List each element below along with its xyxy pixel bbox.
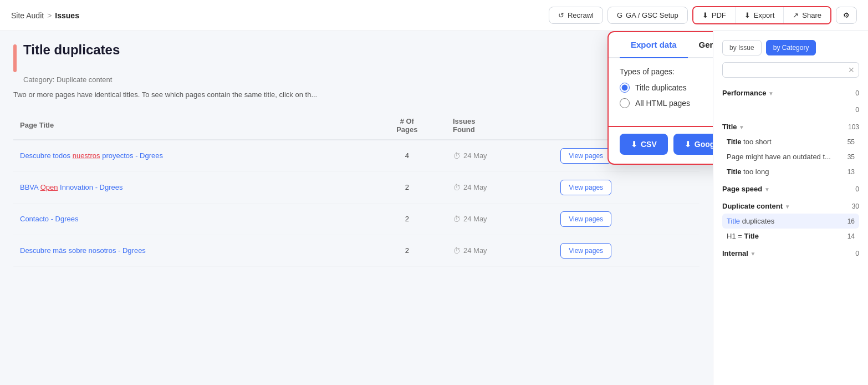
issue-severity-bar (13, 44, 17, 72)
title-section-header[interactable]: Title ▼ 103 (722, 119, 859, 134)
sidebar-section-performance: Performance ▼ 0 (722, 85, 859, 100)
clock-icon: ⏱ (453, 215, 461, 224)
types-label: Types of pages: (620, 67, 713, 76)
col-page-title: Page Title (13, 112, 368, 140)
pdf-icon: ⬇ (702, 11, 708, 19)
export-icon: ⬇ (744, 11, 750, 19)
table-header-row: Page Title # OfPages IssuesFound (13, 112, 699, 140)
view-pages-button[interactable]: View pages (560, 148, 611, 164)
export-group: ⬇ PDF ⬇ Export ↗ Share (692, 6, 831, 24)
sidebar-section-title: Title ▼ 103 Title too short 55 Page migh… (722, 119, 859, 179)
table-row: Contacto - Dgrees2⏱24 MayView pages (13, 203, 699, 235)
sidebar-item-title-too-long[interactable]: Title too long 13 (722, 164, 859, 179)
sidebar: by Issue by Category ✕ Performance ▼ 0 0… (713, 31, 868, 385)
issue-date: ⏱24 May (446, 140, 554, 172)
performance-title: Performance ▼ (722, 89, 774, 97)
sheets-icon: ⬇ (685, 140, 691, 149)
gear-icon: ⚙ (843, 11, 850, 19)
popup-actions: ⬇ CSV ⬇ Google Sheets ⎘ Copy URLs (609, 126, 713, 164)
page-speed-header[interactable]: Page speed ▼ 0 (722, 181, 859, 196)
blank-header[interactable]: 0 (722, 103, 859, 117)
sidebar-search-input[interactable] (722, 62, 859, 78)
action-cell: View pages (554, 203, 699, 235)
radio-label-title: Title duplicates (635, 83, 687, 92)
tab-export-data[interactable]: Export data (620, 32, 688, 58)
page-title-link[interactable]: BBVA Open Innovation - Dgrees (20, 183, 123, 191)
table-row: Descubre todos nuestros proyectos - Dgre… (13, 140, 699, 172)
page-title-link[interactable]: Descubre todos nuestros proyectos - Dgre… (20, 151, 163, 160)
filter-by-issue[interactable]: by Issue (722, 40, 762, 55)
duplicate-section-header[interactable]: Duplicate content ▼ 30 (722, 199, 859, 214)
radio-all-html[interactable]: All HTML pages (620, 98, 713, 108)
sidebar-section-internal: Internal ▼ 0 (722, 246, 859, 261)
issue-date: ⏱24 May (446, 171, 554, 203)
breadcrumb-current: Issues (55, 11, 79, 20)
radio-group: Title duplicates All HTML pages (620, 83, 713, 108)
popup-body: Types of pages: Title duplicates All HTM… (609, 58, 713, 126)
radio-input-html[interactable] (620, 98, 630, 108)
view-pages-button[interactable]: View pages (560, 211, 611, 227)
google-sheets-button[interactable]: ⬇ Google Sheets (673, 134, 713, 155)
sidebar-item-h1-title[interactable]: H1 = Title 14 (722, 229, 859, 244)
table-row: Descubre más sobre nosotros - Dgrees2⏱24… (13, 235, 699, 266)
top-actions: ↺ Recrawl G GA / GSC Setup ⬇ PDF ⬇ Expor… (549, 6, 857, 24)
clock-icon: ⏱ (453, 151, 461, 160)
view-pages-button[interactable]: View pages (560, 180, 611, 195)
ga-gsc-button[interactable]: G GA / GSC Setup (607, 7, 688, 24)
recrawl-button[interactable]: ↺ Recrawl (549, 7, 603, 24)
page-title-link[interactable]: Descubre más sobre nosotros - Dgrees (20, 246, 146, 255)
content-area: Title duplicates Category: Duplicate con… (0, 31, 713, 385)
sidebar-section-blank: 0 (722, 103, 859, 117)
radio-title-duplicates[interactable]: Title duplicates (620, 83, 713, 93)
settings-button[interactable]: ⚙ (836, 7, 857, 24)
pages-count: 2 (368, 235, 446, 266)
top-bar: Site Audit > Issues ↺ Recrawl G GA / GSC… (0, 0, 868, 31)
main-layout: Title duplicates Category: Duplicate con… (0, 31, 868, 385)
action-cell: View pages (554, 235, 699, 266)
clock-icon: ⏱ (453, 246, 461, 255)
internal-header[interactable]: Internal ▼ 0 (722, 246, 859, 261)
radio-input-title[interactable] (620, 83, 630, 93)
breadcrumb-separator: > (47, 11, 52, 20)
radio-label-html: All HTML pages (635, 99, 690, 108)
pages-count: 2 (368, 171, 446, 203)
recrawl-icon: ↺ (558, 11, 564, 19)
sidebar-section-duplicate: Duplicate content ▼ 30 Title duplicates … (722, 199, 859, 244)
issue-title: Title duplicates (23, 42, 120, 58)
issue-date: ⏱24 May (446, 235, 554, 266)
popup-tabs: Export data Generate sitemap (609, 32, 713, 58)
col-issues-found: IssuesFound (446, 112, 554, 140)
sidebar-filter-row: by Issue by Category (722, 40, 859, 55)
sidebar-item-title-duplicates[interactable]: Title duplicates 16 (722, 214, 859, 229)
issue-header: Title duplicates (13, 42, 699, 72)
issue-date: ⏱24 May (446, 203, 554, 235)
sidebar-section-page-speed: Page speed ▼ 0 (722, 181, 859, 196)
pages-count: 4 (368, 140, 446, 172)
clock-icon: ⏱ (453, 183, 461, 192)
performance-header[interactable]: Performance ▼ 0 (722, 85, 859, 100)
share-icon: ↗ (793, 11, 799, 19)
col-pages: # OfPages (368, 112, 446, 140)
tab-generate-sitemap[interactable]: Generate sitemap (688, 32, 713, 58)
view-pages-button[interactable]: View pages (560, 243, 611, 259)
csv-button[interactable]: ⬇ CSV (620, 134, 668, 155)
download-icon: ⬇ (631, 140, 637, 149)
export-popup: Export data Generate sitemap Types of pa… (607, 31, 713, 165)
pages-count: 2 (368, 203, 446, 235)
filter-by-category[interactable]: by Category (766, 40, 816, 55)
issues-table: Page Title # OfPages IssuesFound Descubr… (13, 112, 699, 267)
page-title-link[interactable]: Contacto - Dgrees (20, 215, 79, 223)
sidebar-item-outdated-title[interactable]: Page might have an outdated t... 35 (722, 149, 859, 164)
breadcrumb-parent[interactable]: Site Audit (11, 11, 44, 20)
action-cell: View pages (554, 171, 699, 203)
sidebar-item-title-too-short[interactable]: Title too short 55 (722, 134, 859, 149)
breadcrumb: Site Audit > Issues (11, 11, 79, 20)
issue-description: Two or more pages have identical titles.… (13, 89, 699, 100)
table-row: BBVA Open Innovation - Dgrees2⏱24 MayVie… (13, 171, 699, 203)
google-icon: G (617, 11, 622, 19)
pdf-button[interactable]: ⬇ PDF (693, 7, 736, 23)
share-button[interactable]: ↗ Share (784, 7, 830, 23)
search-clear-icon[interactable]: ✕ (848, 65, 855, 74)
issue-category: Category: Duplicate content (23, 75, 699, 84)
export-button[interactable]: ⬇ Export (736, 7, 784, 23)
